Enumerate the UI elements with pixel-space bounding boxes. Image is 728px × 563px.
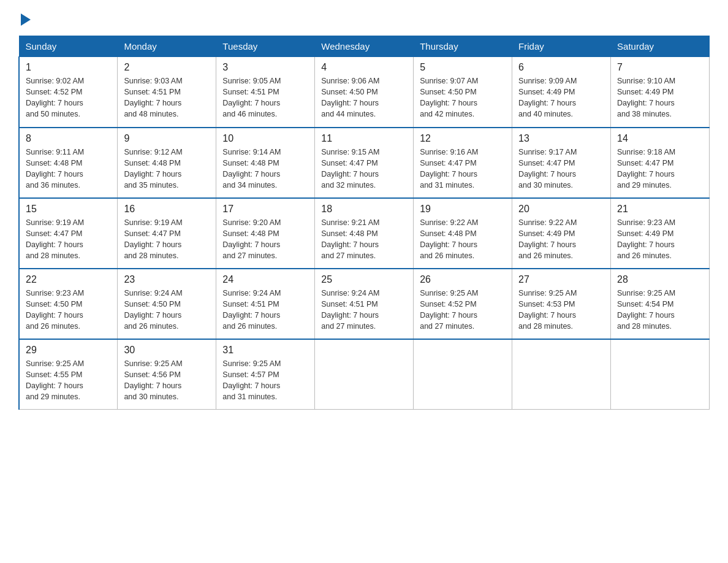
day-info: Sunrise: 9:25 AMSunset: 4:53 PMDaylight:…	[518, 288, 604, 332]
header-tuesday: Tuesday	[216, 36, 315, 57]
day-number: 7	[617, 62, 703, 73]
day-number: 21	[617, 204, 703, 215]
calendar-cell: 5Sunrise: 9:07 AMSunset: 4:50 PMDaylight…	[414, 57, 512, 128]
day-info: Sunrise: 9:19 AMSunset: 4:47 PMDaylight:…	[26, 217, 111, 262]
day-number: 25	[321, 274, 407, 285]
page-header	[18, 12, 710, 23]
day-number: 30	[124, 345, 210, 356]
day-info: Sunrise: 9:02 AMSunset: 4:52 PMDaylight:…	[26, 75, 111, 120]
day-info: Sunrise: 9:25 AMSunset: 4:56 PMDaylight:…	[124, 358, 210, 403]
day-info: Sunrise: 9:22 AMSunset: 4:49 PMDaylight:…	[518, 217, 604, 262]
day-info: Sunrise: 9:22 AMSunset: 4:48 PMDaylight:…	[420, 217, 506, 262]
day-info: Sunrise: 9:25 AMSunset: 4:52 PMDaylight:…	[420, 288, 506, 332]
calendar-cell: 9Sunrise: 9:12 AMSunset: 4:48 PMDaylight…	[118, 128, 216, 198]
day-info: Sunrise: 9:19 AMSunset: 4:47 PMDaylight:…	[124, 217, 210, 262]
day-number: 14	[617, 133, 703, 144]
calendar-cell: 28Sunrise: 9:25 AMSunset: 4:54 PMDayligh…	[611, 269, 710, 339]
day-info: Sunrise: 9:24 AMSunset: 4:50 PMDaylight:…	[124, 288, 210, 332]
day-info: Sunrise: 9:16 AMSunset: 4:47 PMDaylight:…	[420, 147, 506, 191]
day-number: 26	[420, 274, 506, 285]
calendar-week-row: 15Sunrise: 9:19 AMSunset: 4:47 PMDayligh…	[19, 198, 710, 269]
day-info: Sunrise: 9:24 AMSunset: 4:51 PMDaylight:…	[321, 288, 407, 332]
day-info: Sunrise: 9:05 AMSunset: 4:51 PMDaylight:…	[222, 75, 308, 120]
day-number: 2	[124, 62, 210, 73]
day-number: 31	[222, 345, 308, 356]
calendar-cell	[512, 339, 611, 410]
day-number: 3	[222, 62, 308, 73]
logo-triangle-icon	[21, 13, 31, 26]
calendar-cell: 6Sunrise: 9:09 AMSunset: 4:49 PMDaylight…	[512, 57, 611, 128]
day-info: Sunrise: 9:25 AMSunset: 4:55 PMDaylight:…	[26, 358, 111, 403]
day-info: Sunrise: 9:17 AMSunset: 4:47 PMDaylight:…	[518, 147, 604, 191]
day-number: 8	[26, 133, 111, 144]
calendar-cell	[611, 339, 710, 410]
calendar-cell: 29Sunrise: 9:25 AMSunset: 4:55 PMDayligh…	[19, 339, 118, 410]
calendar-cell: 8Sunrise: 9:11 AMSunset: 4:48 PMDaylight…	[19, 128, 118, 198]
day-number: 27	[518, 274, 604, 285]
day-number: 16	[124, 204, 210, 215]
calendar-week-row: 22Sunrise: 9:23 AMSunset: 4:50 PMDayligh…	[19, 269, 710, 339]
header-wednesday: Wednesday	[315, 36, 414, 57]
calendar-cell	[315, 339, 414, 410]
calendar-cell: 21Sunrise: 9:23 AMSunset: 4:49 PMDayligh…	[611, 198, 710, 269]
calendar-cell: 18Sunrise: 9:21 AMSunset: 4:48 PMDayligh…	[315, 198, 414, 269]
day-info: Sunrise: 9:15 AMSunset: 4:47 PMDaylight:…	[321, 147, 407, 191]
day-info: Sunrise: 9:11 AMSunset: 4:48 PMDaylight:…	[26, 147, 111, 191]
day-info: Sunrise: 9:20 AMSunset: 4:48 PMDaylight:…	[222, 217, 308, 262]
header-sunday: Sunday	[19, 36, 118, 57]
calendar-cell: 3Sunrise: 9:05 AMSunset: 4:51 PMDaylight…	[216, 57, 315, 128]
day-info: Sunrise: 9:03 AMSunset: 4:51 PMDaylight:…	[124, 75, 210, 120]
calendar-cell: 30Sunrise: 9:25 AMSunset: 4:56 PMDayligh…	[118, 339, 216, 410]
day-info: Sunrise: 9:09 AMSunset: 4:49 PMDaylight:…	[518, 75, 604, 120]
calendar-header-row: SundayMondayTuesdayWednesdayThursdayFrid…	[19, 36, 710, 57]
calendar-cell: 19Sunrise: 9:22 AMSunset: 4:48 PMDayligh…	[414, 198, 512, 269]
day-info: Sunrise: 9:07 AMSunset: 4:50 PMDaylight:…	[420, 75, 506, 120]
day-number: 17	[222, 204, 308, 215]
day-info: Sunrise: 9:21 AMSunset: 4:48 PMDaylight:…	[321, 217, 407, 262]
calendar-week-row: 8Sunrise: 9:11 AMSunset: 4:48 PMDaylight…	[19, 128, 710, 198]
day-number: 15	[26, 204, 111, 215]
header-thursday: Thursday	[414, 36, 512, 57]
day-info: Sunrise: 9:10 AMSunset: 4:49 PMDaylight:…	[617, 75, 703, 120]
day-info: Sunrise: 9:25 AMSunset: 4:54 PMDaylight:…	[617, 288, 703, 332]
day-info: Sunrise: 9:23 AMSunset: 4:49 PMDaylight:…	[617, 217, 703, 262]
day-number: 11	[321, 133, 407, 144]
calendar-cell: 12Sunrise: 9:16 AMSunset: 4:47 PMDayligh…	[414, 128, 512, 198]
calendar-cell: 24Sunrise: 9:24 AMSunset: 4:51 PMDayligh…	[216, 269, 315, 339]
day-info: Sunrise: 9:25 AMSunset: 4:57 PMDaylight:…	[222, 358, 308, 403]
day-info: Sunrise: 9:18 AMSunset: 4:47 PMDaylight:…	[617, 147, 703, 191]
day-number: 18	[321, 204, 407, 215]
calendar-cell: 13Sunrise: 9:17 AMSunset: 4:47 PMDayligh…	[512, 128, 611, 198]
calendar-table: SundayMondayTuesdayWednesdayThursdayFrid…	[18, 36, 710, 410]
day-number: 13	[518, 133, 604, 144]
day-info: Sunrise: 9:06 AMSunset: 4:50 PMDaylight:…	[321, 75, 407, 120]
day-info: Sunrise: 9:24 AMSunset: 4:51 PMDaylight:…	[222, 288, 308, 332]
day-number: 1	[26, 62, 111, 73]
day-number: 24	[222, 274, 308, 285]
day-number: 28	[617, 274, 703, 285]
day-number: 19	[420, 204, 506, 215]
calendar-cell: 14Sunrise: 9:18 AMSunset: 4:47 PMDayligh…	[611, 128, 710, 198]
calendar-cell: 20Sunrise: 9:22 AMSunset: 4:49 PMDayligh…	[512, 198, 611, 269]
calendar-cell: 31Sunrise: 9:25 AMSunset: 4:57 PMDayligh…	[216, 339, 315, 410]
day-info: Sunrise: 9:12 AMSunset: 4:48 PMDaylight:…	[124, 147, 210, 191]
calendar-cell: 11Sunrise: 9:15 AMSunset: 4:47 PMDayligh…	[315, 128, 414, 198]
calendar-cell: 4Sunrise: 9:06 AMSunset: 4:50 PMDaylight…	[315, 57, 414, 128]
day-number: 6	[518, 62, 604, 73]
calendar-cell: 27Sunrise: 9:25 AMSunset: 4:53 PMDayligh…	[512, 269, 611, 339]
calendar-cell: 22Sunrise: 9:23 AMSunset: 4:50 PMDayligh…	[19, 269, 118, 339]
day-number: 10	[222, 133, 308, 144]
calendar-cell: 1Sunrise: 9:02 AMSunset: 4:52 PMDaylight…	[19, 57, 118, 128]
calendar-cell: 10Sunrise: 9:14 AMSunset: 4:48 PMDayligh…	[216, 128, 315, 198]
calendar-cell: 16Sunrise: 9:19 AMSunset: 4:47 PMDayligh…	[118, 198, 216, 269]
calendar-cell: 2Sunrise: 9:03 AMSunset: 4:51 PMDaylight…	[118, 57, 216, 128]
calendar-cell: 15Sunrise: 9:19 AMSunset: 4:47 PMDayligh…	[19, 198, 118, 269]
day-info: Sunrise: 9:14 AMSunset: 4:48 PMDaylight:…	[222, 147, 308, 191]
header-saturday: Saturday	[611, 36, 710, 57]
day-number: 12	[420, 133, 506, 144]
day-number: 5	[420, 62, 506, 73]
logo	[18, 12, 32, 23]
day-number: 4	[321, 62, 407, 73]
day-number: 20	[518, 204, 604, 215]
header-monday: Monday	[118, 36, 216, 57]
